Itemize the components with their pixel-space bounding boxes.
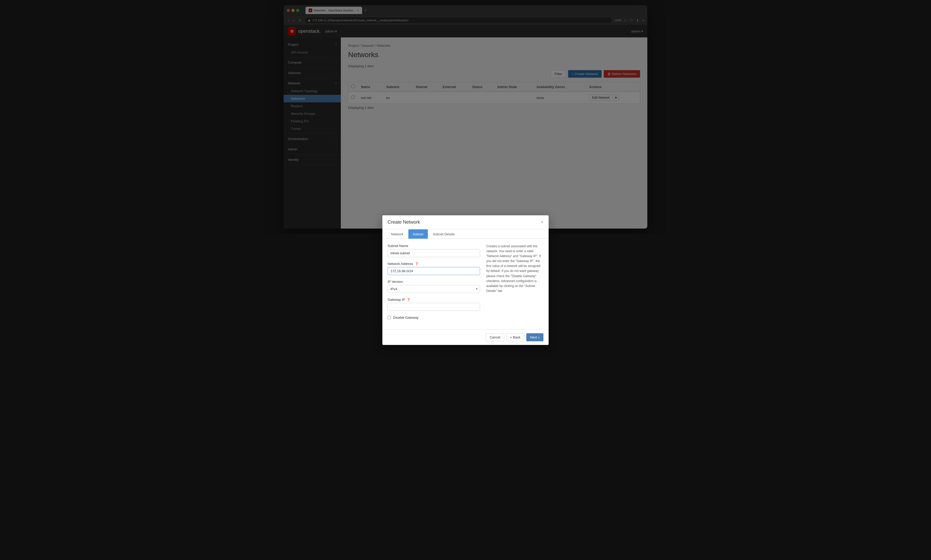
create-network-modal: Create Network × Network Subnet Subnet D… [382, 215, 549, 234]
modal-overlay: Create Network × Network Subnet Subnet D… [0, 0, 931, 234]
modal-title: Create Network [388, 220, 420, 225]
modal-close-button[interactable]: × [540, 220, 543, 225]
modal-header: Create Network × [382, 215, 549, 229]
tab-subnet[interactable]: Subnet [408, 229, 428, 234]
modal-tabs: Network Subnet Subnet Details [382, 229, 549, 234]
tab-subnet-details[interactable]: Subnet Details [428, 229, 459, 234]
tab-network[interactable]: Network [386, 229, 408, 234]
